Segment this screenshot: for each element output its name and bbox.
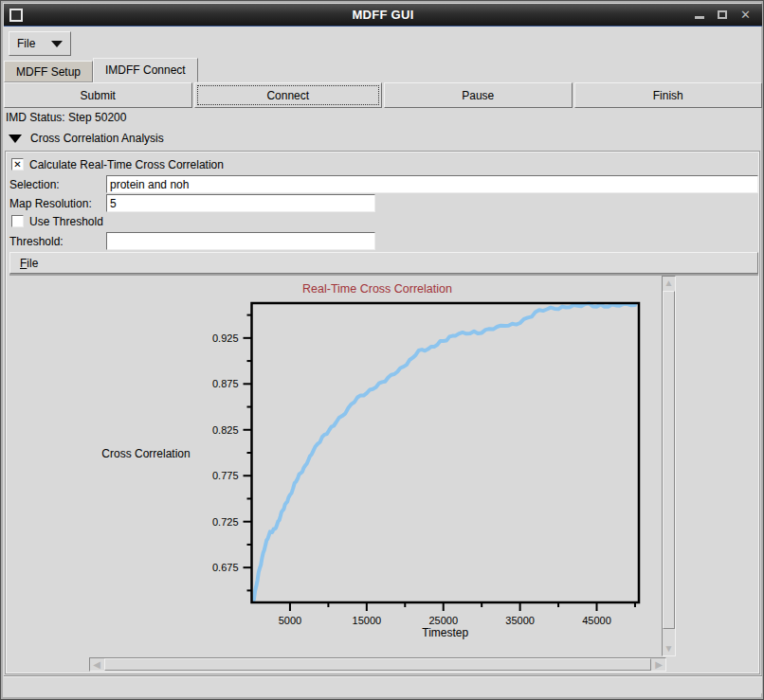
tab-label: IMDFF Connect	[105, 63, 186, 77]
svg-text:35000: 35000	[505, 615, 535, 626]
finish-button[interactable]: Finish	[574, 82, 763, 108]
action-button-row: Submit Connect Pause Finish	[4, 82, 762, 108]
section-header-label: Cross Correlation Analysis	[30, 132, 164, 145]
tab-label: MDFF Setup	[16, 65, 81, 79]
minimize-button[interactable]	[695, 11, 704, 19]
window-title: MDFF GUI	[4, 8, 762, 22]
submit-button[interactable]: Submit	[4, 82, 192, 108]
scroll-right-icon[interactable]: ▶	[652, 658, 665, 671]
svg-text:0.925: 0.925	[212, 332, 239, 344]
plot-file-menu[interactable]: File	[10, 257, 38, 270]
selection-label: Selection:	[9, 178, 60, 191]
svg-text:0.725: 0.725	[212, 516, 239, 528]
tab-mdff-setup[interactable]: MDFF Setup	[4, 61, 93, 82]
tab-imdff-connect[interactable]: IMDFF Connect	[93, 58, 198, 82]
scroll-left-icon[interactable]: ◀	[90, 658, 103, 671]
mdff-gui-window: MDFF GUI ✕ File MDFF Setup IMDFF Connect…	[0, 0, 764, 700]
svg-text:Timestep: Timestep	[422, 626, 468, 639]
svg-text:15000: 15000	[353, 615, 382, 626]
cc-plot: Real-Time Cross CorrelationCross Correla…	[59, 278, 665, 657]
scroll-up-icon[interactable]: ▲	[663, 277, 675, 290]
cross-correlation-section-header[interactable]: Cross Correlation Analysis	[9, 132, 164, 145]
connect-button[interactable]: Connect	[194, 82, 383, 108]
bottom-status-strip	[4, 675, 762, 693]
maximize-button[interactable]	[718, 10, 727, 19]
svg-text:0.875: 0.875	[212, 378, 239, 389]
svg-text:Cross Correlation: Cross Correlation	[101, 447, 190, 460]
map-resolution-label: Map Resolution:	[9, 197, 92, 210]
vertical-scrollbar-thumb[interactable]	[663, 291, 675, 629]
horizontal-scrollbar-thumb[interactable]	[104, 658, 651, 671]
plot-menubar: File	[9, 252, 758, 274]
svg-text:0.775: 0.775	[212, 470, 239, 481]
imd-status-text: IMD Status: Step 50200	[6, 111, 126, 124]
calc-realtime-cc-checkbox[interactable]: ✕	[11, 158, 24, 171]
svg-text:0.825: 0.825	[212, 424, 239, 436]
use-threshold-label: Use Threshold	[29, 215, 103, 228]
close-button[interactable]: ✕	[740, 10, 751, 20]
svg-text:45000: 45000	[582, 615, 611, 626]
cross-correlation-frame: ✕ Calculate Real-Time Cross Correlation …	[5, 151, 760, 674]
collapse-triangle-icon	[9, 135, 22, 143]
svg-text:5000: 5000	[279, 615, 301, 626]
scroll-down-icon[interactable]: ▼	[663, 642, 675, 655]
map-resolution-input[interactable]	[106, 194, 375, 212]
notebook-tabs: MDFF Setup IMDFF Connect	[4, 58, 198, 82]
calc-realtime-cc-label: Calculate Real-Time Cross Correlation	[29, 158, 224, 171]
pause-button[interactable]: Pause	[384, 82, 573, 108]
svg-text:25000: 25000	[428, 615, 458, 626]
threshold-input[interactable]	[106, 232, 375, 250]
use-threshold-checkbox[interactable]	[11, 215, 24, 227]
file-menu-label: File	[17, 37, 35, 50]
plot-vertical-scrollbar[interactable]: ▲ ▼	[662, 276, 676, 656]
svg-text:Real-Time Cross Correlation: Real-Time Cross Correlation	[302, 282, 452, 296]
chevron-down-icon	[51, 41, 63, 47]
svg-text:0.675: 0.675	[212, 562, 239, 573]
threshold-label: Threshold:	[9, 235, 64, 248]
plot-horizontal-scrollbar[interactable]: ◀ ▶	[89, 657, 666, 672]
selection-input[interactable]	[106, 175, 758, 193]
title-bar: MDFF GUI ✕	[4, 4, 762, 27]
file-menu-button[interactable]: File	[9, 31, 71, 56]
